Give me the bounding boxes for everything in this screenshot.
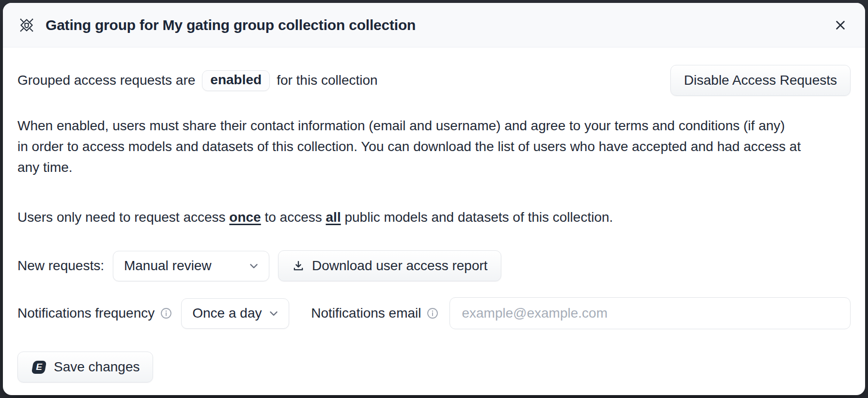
status-text-before: Grouped access requests are (17, 73, 195, 88)
notifications-email-label: Notifications email (311, 306, 421, 321)
chevron-down-icon (248, 260, 260, 272)
description-line: any time. (17, 157, 851, 178)
footer-row: E Save changes (17, 352, 851, 383)
info-icon[interactable] (160, 307, 172, 320)
status-row: Grouped access requests are enabled for … (17, 65, 851, 96)
notifications-email-input[interactable] (450, 297, 851, 329)
note-text: Users only need to request access (17, 210, 229, 225)
notifications-row: Notifications frequency Once a day Notif… (17, 297, 851, 329)
disable-access-requests-button[interactable]: Disable Access Requests (670, 65, 851, 96)
new-requests-select[interactable]: Manual review (113, 251, 269, 281)
note-emphasis-once: once (229, 210, 261, 225)
info-icon[interactable] (426, 307, 439, 320)
status-text-after: for this collection (277, 73, 378, 88)
chevron-down-icon (267, 307, 280, 320)
save-changes-label: Save changes (54, 359, 140, 375)
description-paragraph: When enabled, users must share their con… (17, 115, 851, 178)
notifications-frequency-select[interactable]: Once a day (181, 298, 289, 329)
new-requests-select-value: Manual review (124, 258, 212, 274)
note-emphasis-all: all (326, 210, 341, 225)
note-text: public models and datasets of this colle… (341, 210, 613, 225)
download-user-access-report-button[interactable]: Download user access report (278, 250, 501, 281)
notifications-frequency-label: Notifications frequency (17, 306, 155, 321)
status-text: Grouped access requests are enabled for … (17, 70, 378, 91)
enterprise-icon: E (31, 360, 47, 374)
note-paragraph: Users only need to request access once t… (17, 210, 851, 225)
description-line: in order to access models and datasets o… (17, 136, 851, 157)
note-text: to access (261, 210, 326, 225)
new-requests-label: New requests: (17, 258, 104, 274)
download-button-label: Download user access report (312, 258, 488, 274)
download-icon (292, 259, 305, 273)
save-changes-button[interactable]: E Save changes (17, 352, 153, 383)
dialog-body: Grouped access requests are enabled for … (3, 47, 865, 395)
new-requests-row: New requests: Manual review Dow (17, 250, 851, 281)
dialog-header: Gating group for My gating group collect… (3, 3, 865, 47)
dialog-title: Gating group for My gating group collect… (46, 17, 416, 33)
description-line: When enabled, users must share their con… (17, 115, 851, 136)
gated-icon (17, 16, 36, 34)
gating-group-dialog: Gating group for My gating group collect… (3, 3, 865, 395)
close-button[interactable] (830, 15, 851, 35)
status-badge: enabled (202, 70, 270, 91)
notifications-frequency-value: Once a day (192, 306, 262, 321)
close-icon (833, 18, 848, 32)
